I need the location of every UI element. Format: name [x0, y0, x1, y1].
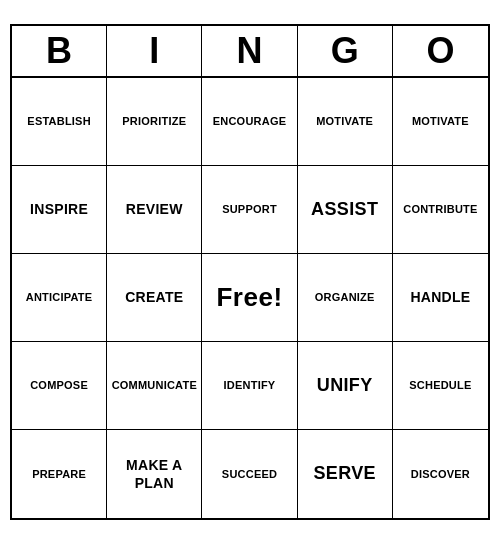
cell-text: SERVE: [313, 462, 376, 485]
bingo-cell: COMPOSE: [12, 342, 107, 430]
bingo-cell: PREPARE: [12, 430, 107, 518]
cell-text: ASSIST: [311, 198, 378, 221]
cell-text: CREATE: [125, 288, 183, 306]
bingo-cell: MAKE A PLAN: [107, 430, 202, 518]
bingo-card: BINGO ESTABLISHPRIORITIZEENCOURAGEMOTIVA…: [10, 24, 490, 520]
cell-text: PRIORITIZE: [122, 114, 186, 128]
bingo-grid: ESTABLISHPRIORITIZEENCOURAGEMOTIVATEMOTI…: [12, 78, 488, 518]
bingo-cell: DISCOVER: [393, 430, 488, 518]
header-letter: N: [202, 26, 297, 76]
bingo-cell: Free!: [202, 254, 297, 342]
header-letter: O: [393, 26, 488, 76]
cell-text: INSPIRE: [30, 200, 88, 218]
bingo-cell: INSPIRE: [12, 166, 107, 254]
bingo-cell: PRIORITIZE: [107, 78, 202, 166]
cell-text: SUPPORT: [222, 202, 277, 216]
cell-text: PREPARE: [32, 467, 86, 481]
bingo-header: BINGO: [12, 26, 488, 78]
header-letter: G: [298, 26, 393, 76]
cell-text: UNIFY: [317, 374, 373, 397]
bingo-cell: UNIFY: [298, 342, 393, 430]
bingo-cell: COMMUNICATE: [107, 342, 202, 430]
bingo-cell: SUCCEED: [202, 430, 297, 518]
bingo-cell: ESTABLISH: [12, 78, 107, 166]
bingo-cell: ORGANIZE: [298, 254, 393, 342]
cell-text: COMMUNICATE: [112, 378, 197, 392]
cell-text: CONTRIBUTE: [403, 202, 477, 216]
cell-text: ORGANIZE: [315, 290, 375, 304]
cell-text: MOTIVATE: [412, 114, 469, 128]
bingo-cell: REVIEW: [107, 166, 202, 254]
header-letter: I: [107, 26, 202, 76]
bingo-cell: SERVE: [298, 430, 393, 518]
cell-text: ESTABLISH: [27, 114, 91, 128]
cell-text: MAKE A PLAN: [111, 456, 197, 492]
bingo-cell: SCHEDULE: [393, 342, 488, 430]
cell-text: SCHEDULE: [409, 378, 471, 392]
bingo-cell: CONTRIBUTE: [393, 166, 488, 254]
bingo-cell: IDENTIFY: [202, 342, 297, 430]
cell-text: ENCOURAGE: [213, 114, 287, 128]
header-letter: B: [12, 26, 107, 76]
cell-text: HANDLE: [410, 288, 470, 306]
bingo-cell: MOTIVATE: [298, 78, 393, 166]
bingo-cell: ENCOURAGE: [202, 78, 297, 166]
cell-text: Free!: [216, 281, 282, 315]
cell-text: COMPOSE: [30, 378, 88, 392]
cell-text: DISCOVER: [411, 467, 470, 481]
cell-text: SUCCEED: [222, 467, 277, 481]
cell-text: ANTICIPATE: [26, 290, 93, 304]
bingo-cell: SUPPORT: [202, 166, 297, 254]
bingo-cell: ASSIST: [298, 166, 393, 254]
cell-text: REVIEW: [126, 200, 183, 218]
bingo-cell: ANTICIPATE: [12, 254, 107, 342]
cell-text: IDENTIFY: [224, 378, 276, 392]
cell-text: MOTIVATE: [316, 114, 373, 128]
bingo-cell: CREATE: [107, 254, 202, 342]
bingo-cell: HANDLE: [393, 254, 488, 342]
bingo-cell: MOTIVATE: [393, 78, 488, 166]
